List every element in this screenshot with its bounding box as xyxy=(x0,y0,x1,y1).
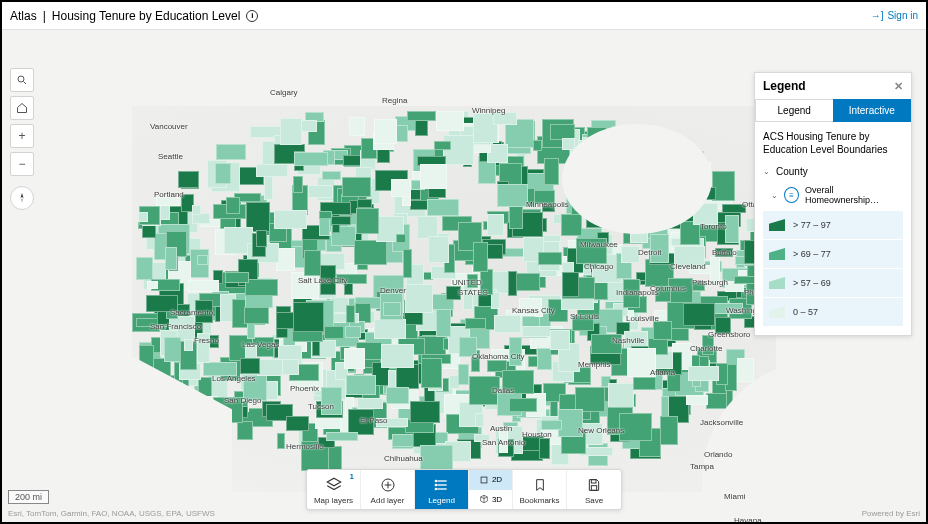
svg-marker-3 xyxy=(21,198,24,203)
class-label: > 69 – 77 xyxy=(793,249,831,259)
city-label: Regina xyxy=(382,96,407,105)
bottom-toolbar: 1 Map layers Add layer Legend 2D xyxy=(306,469,622,510)
legend-title: Legend xyxy=(763,79,806,93)
county-polygon xyxy=(308,185,332,199)
city-label: San Diego xyxy=(224,396,261,405)
svg-rect-15 xyxy=(591,480,596,483)
city-label: Cleveland xyxy=(670,262,706,271)
legend-button[interactable]: Legend xyxy=(415,470,469,509)
city-label: Austin xyxy=(490,424,512,433)
chevron-down-icon: ⌄ xyxy=(771,191,778,200)
city-label: Nashville xyxy=(612,336,644,345)
city-label: Chihuahua xyxy=(384,454,423,463)
map-layers-button[interactable]: 1 Map layers xyxy=(307,470,361,509)
city-label: Detroit xyxy=(638,248,662,257)
mode-3d-button[interactable]: 3D xyxy=(469,490,512,510)
svg-marker-2 xyxy=(21,193,24,198)
county-polygon xyxy=(280,118,302,145)
county-polygon xyxy=(349,117,365,136)
city-label: Chicago xyxy=(584,262,613,271)
tab-interactive[interactable]: Interactive xyxy=(833,99,912,122)
city-label: Tucson xyxy=(308,402,334,411)
city-label: Las Vegas xyxy=(242,340,279,349)
cube-icon xyxy=(479,494,489,504)
map-controls: + − xyxy=(10,68,34,210)
county-polygon xyxy=(391,179,411,196)
info-icon[interactable]: i xyxy=(246,10,258,22)
county-polygon xyxy=(434,141,451,150)
city-label: Memphis xyxy=(578,360,610,369)
color-swatch xyxy=(769,306,785,318)
svg-point-12 xyxy=(435,484,436,485)
county-polygon xyxy=(357,398,383,409)
class-break-row[interactable]: > 77 – 97 xyxy=(763,211,903,240)
app-header: Atlas | Housing Tenure by Education Leve… xyxy=(2,2,926,30)
county-polygon xyxy=(356,208,378,234)
home-button[interactable] xyxy=(10,96,34,120)
county-polygon xyxy=(354,240,387,265)
zoom-in-button[interactable]: + xyxy=(10,124,34,148)
legend-panel: Legend ✕ Legend Interactive ACS Housing … xyxy=(754,72,912,336)
city-label: Vancouver xyxy=(150,122,188,131)
square-icon xyxy=(479,475,489,485)
city-label: Hermosillo xyxy=(286,442,324,451)
county-polygon xyxy=(508,271,516,295)
county-polygon xyxy=(436,111,464,131)
bookmarks-button[interactable]: Bookmarks xyxy=(513,470,567,509)
tab-legend[interactable]: Legend xyxy=(755,99,833,122)
signin-link[interactable]: →] Sign in xyxy=(871,10,918,21)
save-icon xyxy=(585,476,603,494)
color-swatch xyxy=(769,277,785,289)
scale-bar: 200 mi xyxy=(8,490,49,504)
county-polygon xyxy=(216,144,246,159)
mode-2d-button[interactable]: 2D xyxy=(469,470,512,490)
bookmark-icon xyxy=(531,476,549,494)
class-break-row[interactable]: 0 – 57 xyxy=(763,298,903,327)
search-button[interactable] xyxy=(10,68,34,92)
county-polygon xyxy=(688,366,719,381)
city-label: Milwaukee xyxy=(580,240,618,249)
county-polygon xyxy=(383,302,401,316)
app-name: Atlas xyxy=(10,9,37,23)
county-polygon xyxy=(319,211,332,219)
class-break-row[interactable]: > 57 – 69 xyxy=(763,269,903,298)
county-polygon xyxy=(428,236,449,263)
city-label: Atlanta xyxy=(650,368,675,377)
county-polygon xyxy=(324,326,344,339)
county-polygon xyxy=(405,284,433,313)
county-polygon xyxy=(465,318,487,330)
svg-marker-4 xyxy=(327,478,341,486)
zoom-out-button[interactable]: − xyxy=(10,152,34,176)
map-canvas[interactable]: VancouverCalgaryReginaWinnipegSeattlePor… xyxy=(2,30,926,522)
city-label: Orlando xyxy=(704,450,732,459)
county-polygon xyxy=(374,319,406,340)
city-label: Sacramento xyxy=(170,308,213,317)
class-break-row[interactable]: > 69 – 77 xyxy=(763,240,903,269)
county-polygon xyxy=(653,321,672,339)
color-swatch xyxy=(769,248,785,260)
county-polygon xyxy=(421,358,442,388)
city-label: Miami xyxy=(724,492,745,501)
city-label: Charlotte xyxy=(690,344,722,353)
county-polygon xyxy=(396,234,406,243)
county-polygon xyxy=(544,158,559,185)
county-polygon xyxy=(497,184,528,207)
county-polygon xyxy=(225,272,249,283)
county-polygon xyxy=(539,438,549,460)
section-county[interactable]: ⌄ County xyxy=(763,166,903,177)
layers-icon xyxy=(325,476,343,494)
county-polygon xyxy=(257,359,283,376)
county-polygon xyxy=(346,375,376,395)
city-label: Dallas xyxy=(492,386,514,395)
save-button[interactable]: Save xyxy=(567,470,621,509)
county-polygon xyxy=(686,395,708,405)
city-label: Minneapolis xyxy=(526,200,569,209)
close-icon[interactable]: ✕ xyxy=(894,80,903,93)
layer-title: ACS Housing Tenure by Education Level Bo… xyxy=(763,130,903,156)
county-polygon xyxy=(660,416,678,445)
add-layer-button[interactable]: Add layer xyxy=(361,470,415,509)
county-polygon xyxy=(244,307,270,325)
compass-button[interactable] xyxy=(10,186,34,210)
home-icon xyxy=(16,102,28,114)
variable-row[interactable]: ⌄ ≡ Overall Homeownership… xyxy=(763,185,903,205)
